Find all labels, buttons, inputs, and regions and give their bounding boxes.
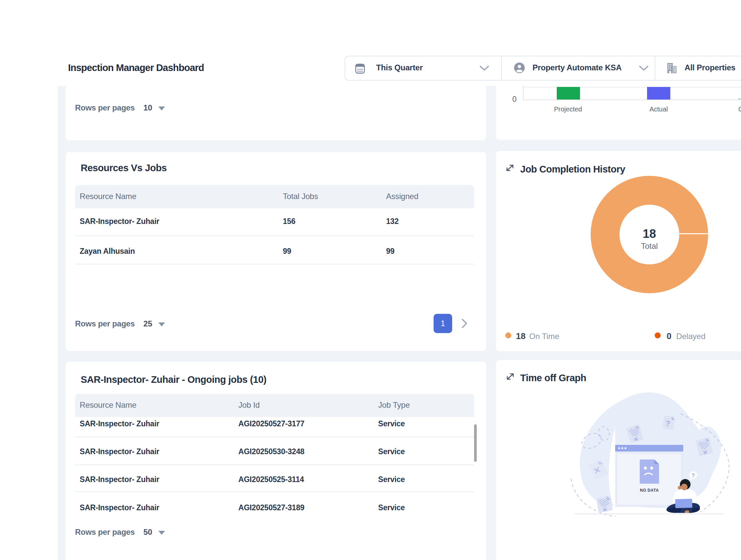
- svg-text:?: ?: [691, 473, 695, 478]
- svg-text:NO DATA: NO DATA: [640, 488, 659, 493]
